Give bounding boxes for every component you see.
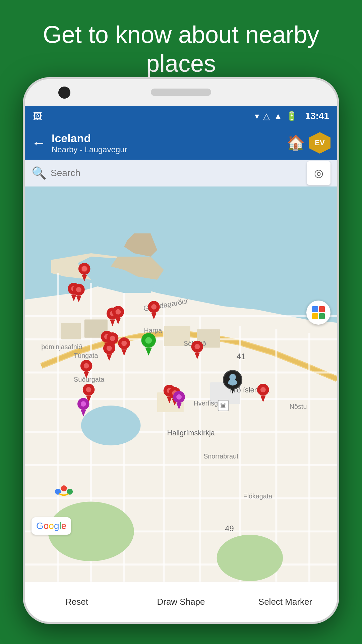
ev-badge[interactable]: EV [309, 132, 330, 154]
svg-point-64 [151, 304, 157, 310]
google-logo: Google [32, 517, 71, 535]
map-area[interactable]: Grandagarður Harpa Sólfarið Hið íslenzka… [25, 186, 337, 582]
home-button[interactable]: 🏠 [287, 134, 305, 152]
phone-top-bar [25, 79, 337, 106]
google-text: Google [36, 521, 66, 531]
speaker [151, 89, 211, 96]
phone-inner: 🖼 ▾ △ ▲ 🔋 13:41 ← Iceland Nearby - Lauga… [25, 79, 337, 622]
svg-point-73 [121, 341, 127, 346]
select-marker-button[interactable]: Select Marker [233, 582, 337, 622]
svg-text:Túngata: Túngata [74, 352, 98, 359]
svg-text:🏛: 🏛 [220, 402, 226, 409]
svg-text:41: 41 [237, 352, 245, 361]
svg-point-82 [107, 345, 112, 351]
svg-point-61 [116, 309, 121, 315]
signal-icon-2: ▲ [274, 111, 283, 121]
app-bar: ← Iceland Nearby - Laugavegur 🏠 EV [25, 126, 337, 160]
bottom-bar: Reset Draw Shape Select Marker [25, 582, 337, 622]
target-icon: ◎ [314, 167, 323, 179]
search-input[interactable] [51, 168, 303, 178]
wifi-icon: ▾ [255, 111, 259, 121]
camera [58, 87, 70, 99]
svg-point-100 [260, 387, 266, 392]
back-button[interactable]: ← [32, 136, 46, 150]
signal-icon-1: △ [263, 111, 270, 121]
draw-shape-button[interactable]: Draw Shape [129, 582, 233, 622]
status-time: 13:41 [305, 111, 329, 121]
svg-point-76 [194, 344, 200, 350]
svg-point-103 [81, 401, 86, 407]
app-bar-icons: 🏠 EV [287, 132, 330, 154]
tagline: Get to know about nearby places [0, 20, 362, 78]
app-bar-title: Iceland Nearby - Laugavegur [52, 132, 287, 154]
search-icon: 🔍 [32, 166, 47, 180]
title-sub: Nearby - Laugavegur [52, 145, 287, 154]
svg-point-97 [176, 394, 182, 400]
draw-shape-label: Draw Shape [157, 597, 205, 607]
svg-text:49: 49 [225, 524, 234, 533]
title-main: Iceland [52, 132, 287, 145]
reset-label: Reset [65, 597, 88, 607]
location-button[interactable]: ◎ [307, 161, 330, 185]
battery-icon: 🔋 [286, 111, 297, 121]
svg-text:Hallgrímskirkja: Hallgrímskirkja [167, 429, 215, 437]
svg-point-25 [217, 535, 283, 581]
search-bar: 🔍 ◎ [25, 160, 337, 186]
map-svg: Grandagarður Harpa Sólfarið Hið íslenzka… [25, 186, 337, 582]
svg-text:Snorrabraut: Snorrabraut [203, 452, 239, 460]
svg-point-108 [61, 485, 67, 491]
svg-text:Harpa: Harpa [144, 327, 162, 334]
svg-point-70 [110, 336, 115, 341]
phone-frame: 🖼 ▾ △ ▲ 🔋 13:41 ← Iceland Nearby - Lauga… [23, 77, 339, 624]
svg-point-79 [145, 337, 152, 344]
status-bar: 🖼 ▾ △ ▲ 🔋 13:41 [25, 106, 337, 126]
svg-text:þdminjasafnið: þdminjasafnið [41, 343, 82, 351]
svg-text:Flókagata: Flókagata [243, 492, 273, 500]
svg-rect-26 [61, 323, 81, 339]
status-left-icon: 🖼 [33, 111, 42, 122]
map-layers-button[interactable] [306, 301, 330, 325]
status-icons: ▾ △ ▲ 🔋 13:41 [255, 111, 329, 121]
grid-icon [312, 306, 325, 319]
svg-point-49 [82, 266, 87, 272]
reset-button[interactable]: Reset [25, 582, 129, 622]
svg-point-85 [84, 363, 89, 369]
svg-point-88 [86, 387, 92, 392]
svg-point-55 [76, 287, 81, 292]
svg-point-23 [81, 406, 141, 445]
svg-text:Nöstu: Nöstu [290, 403, 307, 410]
svg-text:Suðurgata: Suðurgata [74, 376, 104, 383]
select-marker-label: Select Marker [258, 597, 312, 607]
